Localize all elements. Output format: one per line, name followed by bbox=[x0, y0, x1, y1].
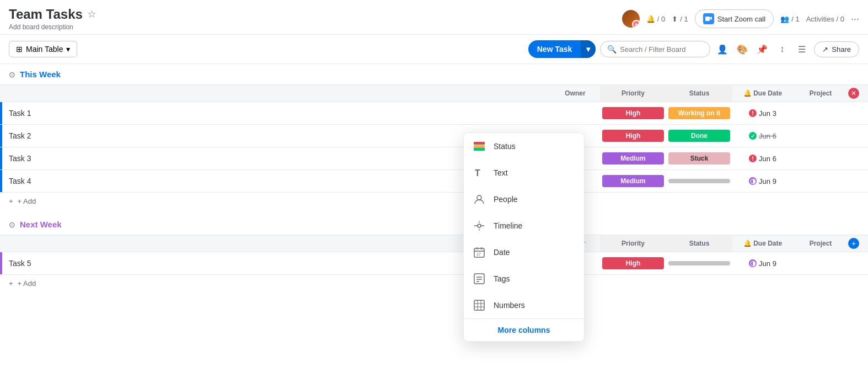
more-button[interactable]: ··· bbox=[851, 13, 859, 25]
board-title: Team Tasks bbox=[9, 7, 83, 22]
notifications-stat[interactable]: 🔔 / 0 bbox=[646, 15, 665, 23]
priority-badge: High bbox=[602, 130, 664, 142]
group-this-week-title: This Week bbox=[20, 70, 61, 79]
row-status[interactable]: Stuck bbox=[666, 150, 732, 167]
add-row-button[interactable]: + + Add bbox=[0, 193, 868, 210]
svg-rect-1 bbox=[474, 142, 485, 145]
people-icon bbox=[473, 193, 486, 206]
board-subtitle[interactable]: Add board description bbox=[9, 23, 96, 31]
avatar-badge: A bbox=[632, 20, 640, 28]
group-next-week-header[interactable]: ⊙ Next Week bbox=[0, 214, 868, 235]
status-badge bbox=[668, 261, 730, 266]
avatar[interactable]: A bbox=[622, 10, 640, 28]
dropdown-item-people[interactable]: People bbox=[464, 186, 584, 213]
svg-rect-3 bbox=[474, 148, 485, 151]
col-duedate-label-nw: Due Date bbox=[753, 240, 782, 247]
zoom-call-button[interactable]: Start Zoom call bbox=[695, 9, 774, 28]
search-input[interactable] bbox=[620, 45, 697, 54]
row-status[interactable]: Done bbox=[666, 128, 732, 144]
chevron-down-icon: ▾ bbox=[66, 45, 70, 54]
timeline-icon bbox=[473, 219, 486, 232]
col-priority-header-nw: Priority bbox=[600, 235, 666, 252]
group-chevron-icon: ⊙ bbox=[9, 220, 15, 229]
group-chevron-icon: ⊙ bbox=[9, 70, 15, 79]
group-this-week-header[interactable]: ⊙ This Week bbox=[0, 64, 868, 84]
dropdown-item-text[interactable]: T Text bbox=[464, 160, 584, 186]
group-next-week-title: Next Week bbox=[20, 220, 62, 229]
person-filter-icon[interactable]: 👤 bbox=[715, 41, 730, 57]
color-filter-icon[interactable]: 🎨 bbox=[735, 41, 750, 57]
col-task-header bbox=[2, 89, 550, 98]
add-col-button[interactable]: + bbox=[848, 238, 859, 249]
content-area: ⊙ This Week Owner Priority Status 🔔 Due … bbox=[0, 64, 868, 353]
zoom-icon bbox=[703, 13, 714, 24]
pin-icon[interactable]: 📌 bbox=[754, 41, 770, 57]
dropdown-item-label: Status bbox=[494, 142, 516, 151]
filter-icon[interactable]: ☰ bbox=[794, 41, 810, 57]
members-stat[interactable]: 👥 / 1 bbox=[780, 15, 799, 23]
svg-rect-20 bbox=[474, 300, 484, 310]
updates-icon: ⬆ bbox=[672, 15, 678, 23]
row-status[interactable] bbox=[666, 259, 732, 268]
due-date-icon: ◑ bbox=[749, 259, 757, 267]
svg-rect-2 bbox=[474, 145, 485, 148]
svg-point-6 bbox=[478, 224, 481, 227]
new-task-dropdown-arrow[interactable]: ▾ bbox=[581, 40, 596, 58]
search-box: 🔍 bbox=[600, 41, 710, 57]
numbers-icon bbox=[473, 299, 486, 312]
dropdown-item-label: Tags bbox=[494, 274, 510, 283]
col-duedate-header: 🔔 Due Date bbox=[732, 85, 793, 102]
activities-label: Activities / 0 bbox=[806, 15, 844, 23]
date-icon: 17 bbox=[473, 246, 486, 259]
add-row-icon-nw: + bbox=[9, 279, 13, 288]
row-priority[interactable]: Medium bbox=[600, 173, 666, 189]
text-icon: T bbox=[473, 166, 486, 179]
dropdown-item-tags[interactable]: Tags bbox=[464, 266, 584, 292]
share-label: Share bbox=[832, 45, 851, 54]
new-task-button[interactable]: New Task ▾ bbox=[528, 40, 596, 58]
dropdown-item-numbers[interactable]: Numbers bbox=[464, 292, 584, 318]
row-priority[interactable]: High bbox=[600, 255, 666, 272]
row-status[interactable] bbox=[666, 177, 732, 185]
add-row-button-nw[interactable]: + + Add bbox=[0, 275, 868, 292]
members-icon: 👥 bbox=[780, 15, 789, 23]
dropdown-item-status[interactable]: Status bbox=[464, 133, 584, 160]
main-table-button[interactable]: ⊞ Main Table ▾ bbox=[9, 41, 77, 57]
row-priority[interactable]: Medium bbox=[600, 150, 666, 167]
priority-badge: Medium bbox=[602, 175, 664, 187]
row-duedate: ◑ Jun 9 bbox=[732, 177, 793, 185]
star-icon[interactable]: ☆ bbox=[87, 8, 96, 20]
header-left: Team Tasks ☆ Add board description bbox=[9, 7, 96, 31]
due-date-value: Jun 6 bbox=[759, 155, 776, 163]
row-status[interactable]: Working on it bbox=[666, 105, 732, 121]
notifications-count: / 0 bbox=[657, 15, 665, 23]
dropdown-item-label: Timeline bbox=[494, 221, 522, 230]
dropdown-item-timeline[interactable]: Timeline bbox=[464, 213, 584, 239]
dropdown-item-date[interactable]: 17 Date bbox=[464, 239, 584, 266]
activities-stat[interactable]: Activities / 0 bbox=[806, 15, 844, 23]
table-icon: ⊞ bbox=[16, 45, 23, 54]
bell-col-icon: 🔔 bbox=[743, 89, 752, 97]
status-icon bbox=[473, 140, 486, 153]
col-project-header-nw: Project bbox=[793, 235, 848, 252]
status-badge: Working on it bbox=[668, 107, 730, 119]
svg-text:17: 17 bbox=[476, 252, 481, 256]
close-group-button[interactable]: ✕ bbox=[848, 88, 859, 99]
sort-icon[interactable]: ↕ bbox=[774, 41, 790, 57]
add-row-icon: + bbox=[9, 197, 13, 205]
table-row: Task 5 High ◑ Jun 9 bbox=[0, 252, 868, 275]
share-button[interactable]: ↗ Share bbox=[814, 41, 859, 57]
priority-badge: Medium bbox=[602, 152, 664, 164]
updates-stat[interactable]: ⬆ / 1 bbox=[672, 15, 688, 23]
table-row: Task 3 Medium Stuck ! Jun 6 bbox=[0, 147, 868, 170]
row-priority[interactable]: High bbox=[600, 128, 666, 144]
add-row-label: + Add bbox=[18, 197, 36, 205]
more-columns-link[interactable]: More columns bbox=[464, 318, 584, 341]
row-priority[interactable]: High bbox=[600, 105, 666, 121]
priority-badge: High bbox=[602, 257, 664, 269]
row-duedate: ! Jun 6 bbox=[732, 155, 793, 163]
dropdown-item-label: Numbers bbox=[494, 301, 525, 310]
col-priority-header: Priority bbox=[600, 85, 666, 102]
task-name[interactable]: Task 1 bbox=[2, 104, 550, 122]
due-date-icon: ✓ bbox=[749, 132, 757, 140]
